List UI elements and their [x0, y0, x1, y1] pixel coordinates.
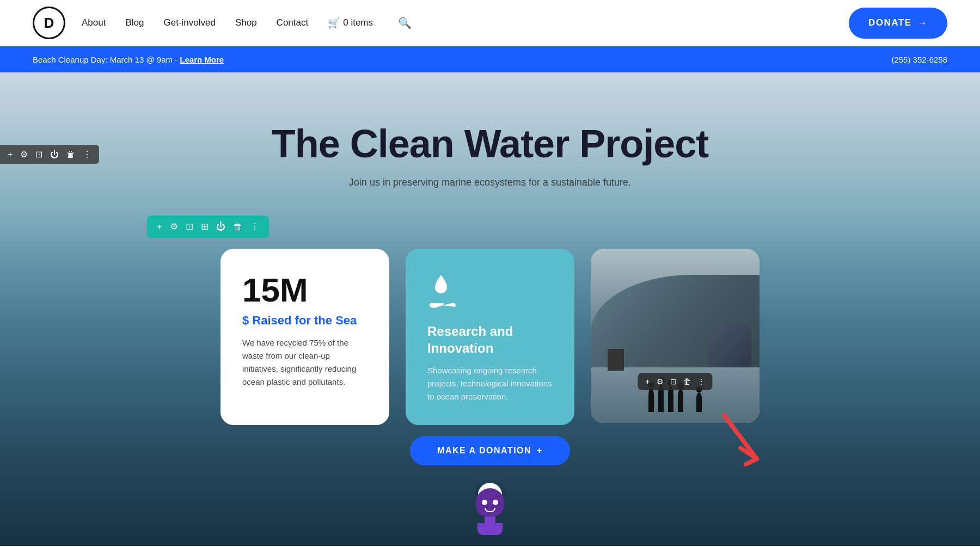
navbar-right: DONATE →	[849, 8, 947, 39]
silhouette-1	[648, 388, 654, 412]
donate-label: DONATE	[868, 17, 912, 28]
nav-about[interactable]: About	[82, 17, 106, 28]
card-toolbar-duplicate[interactable]: ⊡	[670, 377, 677, 386]
cards-row: 15M $ Raised for the Sea We have recycle…	[0, 249, 980, 425]
card-raised-body: We have recycled 75% of the waste from o…	[242, 336, 367, 389]
card-photo: + ⚙ ⊡ 🗑 ⋮	[591, 249, 759, 423]
card-toolbar-inline: + ⚙ ⊡ 🗑 ⋮	[638, 373, 712, 390]
nav-contact[interactable]: Contact	[277, 17, 309, 28]
silhouette-4	[678, 389, 683, 412]
bot-head	[476, 488, 504, 517]
hero-content: The Clean Water Project Join us in prese…	[272, 72, 709, 210]
nav-get-involved[interactable]: Get-involved	[163, 17, 215, 28]
phone-number: (255) 352-6258	[891, 55, 947, 64]
cart-link[interactable]: 🛒 0 items	[328, 17, 373, 29]
toolbar-delete-icon[interactable]: 🗑	[66, 150, 75, 159]
toolbar-add-icon[interactable]: +	[8, 150, 13, 159]
hero-title: The Clean Water Project	[272, 121, 709, 166]
card-innovation-title: Research and Innovation	[427, 323, 553, 357]
announcement-text: Beach Cleanup Day: March 13 @ 9am - Lear…	[33, 55, 224, 64]
photo-scene	[591, 249, 759, 423]
cart-count: 0 items	[343, 17, 373, 28]
section-toolbar-delete[interactable]: 🗑	[233, 222, 242, 232]
bot-body	[477, 523, 503, 535]
red-arrow	[713, 410, 768, 481]
cart-icon: 🛒	[328, 17, 340, 29]
section-toolbar-grid[interactable]: ⊞	[201, 221, 209, 232]
donation-label: MAKE A DONATION	[437, 446, 531, 456]
bot-neck	[485, 517, 495, 523]
announcement-static: Beach Cleanup Day: March 13 @ 9am -	[33, 55, 177, 64]
hero-section: + ⚙ ⊡ ⏻ 🗑 ⋮ The Clean Water Project Join…	[0, 72, 980, 546]
divi-bot[interactable]	[476, 488, 504, 535]
logo[interactable]: D	[33, 7, 65, 39]
nav-blog[interactable]: Blog	[125, 17, 144, 28]
card-number: 15M	[242, 271, 367, 309]
make-donation-button[interactable]: MAKE A DONATION +	[410, 436, 570, 465]
bot-eyes	[482, 500, 498, 505]
section-toolbar-more[interactable]: ⋮	[250, 221, 259, 232]
search-icon[interactable]: 🔍	[398, 17, 412, 29]
bot-mouth	[485, 508, 495, 512]
card-raised-title: $ Raised for the Sea	[242, 314, 367, 328]
section-toolbar-duplicate[interactable]: ⊡	[186, 221, 193, 232]
silhouette-5	[696, 392, 702, 412]
section-toolbar-settings[interactable]: ⚙	[170, 221, 178, 232]
donation-arrow: +	[537, 446, 543, 456]
card-toolbar-settings[interactable]: ⚙	[657, 377, 664, 386]
bot-eye-right	[493, 500, 498, 505]
card-raised: 15M $ Raised for the Sea We have recycle…	[220, 249, 389, 425]
navbar: D About Blog Get-involved Shop Contact 🛒…	[0, 0, 980, 46]
toolbar-power-icon[interactable]: ⏻	[50, 150, 59, 159]
hero-subtitle: Join us in preserving marine ecosystems …	[272, 177, 709, 188]
nav-links: About Blog Get-involved Shop Contact 🛒 0…	[82, 16, 412, 29]
logo-letter: D	[44, 15, 54, 32]
toolbar-settings-icon[interactable]: ⚙	[20, 149, 28, 159]
floating-toolbar-top: + ⚙ ⊡ ⏻ 🗑 ⋮	[0, 145, 99, 164]
donate-button[interactable]: DONATE →	[849, 8, 947, 39]
donate-arrow: →	[917, 17, 928, 29]
card-innovation: Research and Innovation Showcasing ongoi…	[406, 249, 574, 425]
section-toolbar: + ⚙ ⊡ ⊞ ⏻ 🗑 ⋮	[147, 216, 269, 238]
card-innovation-body: Showcasing ongoing research projects, te…	[427, 364, 553, 403]
card-toolbar-add[interactable]: +	[645, 377, 650, 386]
water-icon	[427, 271, 553, 312]
toolbar-more-icon[interactable]: ⋮	[83, 149, 91, 159]
section-toolbar-power[interactable]: ⏻	[216, 222, 225, 232]
learn-more-link[interactable]: Learn More	[180, 55, 224, 64]
donation-btn-row: MAKE A DONATION +	[410, 436, 570, 474]
bot-eye-left	[482, 500, 487, 505]
toolbar-duplicate-icon[interactable]: ⊡	[35, 149, 42, 159]
card-toolbar-delete[interactable]: 🗑	[683, 377, 691, 386]
card-toolbar-more[interactable]: ⋮	[697, 377, 705, 386]
nav-shop[interactable]: Shop	[235, 17, 257, 28]
announcement-bar: Beach Cleanup Day: March 13 @ 9am - Lear…	[0, 46, 980, 72]
section-toolbar-add[interactable]: +	[157, 222, 162, 232]
